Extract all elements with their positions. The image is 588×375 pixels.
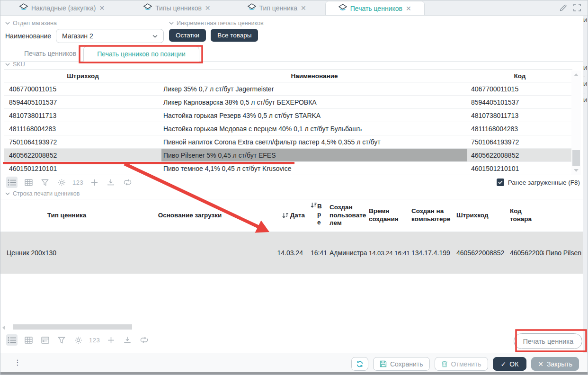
- column-header-pricetag-type: Тип ценника: [0, 212, 133, 220]
- scroll-left-icon[interactable]: [2, 325, 5, 330]
- column-header-code: Код: [467, 72, 572, 80]
- check-icon: ✓: [501, 360, 507, 368]
- refresh-loop-icon[interactable]: [138, 334, 150, 346]
- store-name-label: Наименование: [5, 32, 51, 40]
- column-header-load-basis: Основание загрузки: [133, 212, 247, 220]
- cancel-button[interactable]: Отменить: [435, 357, 488, 371]
- column-header-name: Наименование: [161, 72, 467, 80]
- section-incremental-print: Инкрементная печать ценников: [169, 20, 264, 27]
- print-rows-table-header: Тип ценника Основание загрузки Дата Врем…: [0, 199, 583, 232]
- clipped-right-edge: И И - И - И: [583, 16, 588, 353]
- chevron-down-icon: [5, 192, 10, 195]
- section-pricetag-print-row: Строка печати ценников: [5, 190, 80, 197]
- trash-icon: [441, 360, 448, 367]
- close-icon[interactable]: ✕: [301, 4, 306, 12]
- top-tab-bar: Накладные (закупка) ✕ Типы ценников ✕ Ти…: [0, 0, 588, 16]
- divider: [165, 18, 165, 44]
- chevron-down-icon: [5, 63, 10, 66]
- close-icon[interactable]: ✕: [406, 5, 411, 12]
- sku-table: Штрихкод Наименование Код 4067700011015 …: [4, 69, 572, 175]
- grid-view-icon[interactable]: [23, 177, 34, 188]
- table-row[interactable]: 7501064193972 Пивной напиток Corona Extr…: [4, 135, 572, 149]
- close-icon[interactable]: ✕: [205, 4, 211, 12]
- list-view-icon[interactable]: [6, 334, 18, 346]
- numbers-icon[interactable]: 123: [89, 334, 100, 346]
- tab-pricetag-type[interactable]: Тип ценника ✕: [243, 0, 311, 15]
- stock-button[interactable]: Остатки: [169, 29, 206, 42]
- edit-pencil-icon[interactable]: [559, 4, 567, 14]
- layers-diamond-icon: [248, 3, 256, 12]
- chevron-down-icon: [152, 35, 158, 38]
- card-view-icon[interactable]: [39, 334, 51, 346]
- previously-loaded-checkbox-row[interactable]: Ранее загруженные (F8): [497, 179, 580, 186]
- column-header-date[interactable]: Дата: [247, 212, 311, 220]
- sort-asc-icon: [282, 213, 288, 218]
- column-header-created-time: Время создания: [367, 207, 409, 223]
- grid-view-icon[interactable]: [23, 334, 34, 346]
- scroll-down-icon[interactable]: [574, 169, 579, 172]
- add-plus-icon[interactable]: [89, 177, 100, 188]
- tab-print-pricetags-simple[interactable]: Печать ценников: [19, 46, 81, 61]
- store-select[interactable]: Магазин 2: [56, 29, 164, 43]
- refresh-button[interactable]: [351, 357, 368, 371]
- table-row[interactable]: 8594405101537 Ликер Карловарска 38% 0,5 …: [4, 96, 572, 109]
- checkbox-checked-icon[interactable]: [497, 179, 504, 186]
- scroll-up-icon[interactable]: [574, 73, 579, 76]
- table-row[interactable]: 4810738011713 Настойка горькая Резерв 43…: [4, 109, 572, 122]
- close-button[interactable]: ✕ Закрыть: [531, 357, 579, 371]
- table-row[interactable]: 4811168004283 Настойка горькая Медовая с…: [4, 122, 572, 135]
- layers-diamond-icon: [19, 3, 28, 12]
- sort-asc-icon: [311, 202, 317, 208]
- tab-print-pricetags[interactable]: Печать ценников ✕: [325, 1, 425, 15]
- scrollbar-thumb[interactable]: [572, 150, 580, 166]
- footer-bar: ⋮ Сохранить Отменить ✓ ОК ✕ Закрыть: [0, 353, 588, 373]
- settings-gear-icon[interactable]: [56, 177, 67, 188]
- column-header-time[interactable]: Время: [311, 202, 327, 229]
- sku-toolbar: 123: [6, 177, 133, 188]
- fullscreen-icon[interactable]: [573, 4, 581, 14]
- tab-label: Накладные (закупка): [31, 4, 96, 12]
- add-plus-icon[interactable]: [105, 334, 116, 346]
- print-row-selected[interactable]: Ценник 200x130 14.03.24 16:41 Администра…: [0, 232, 583, 274]
- horizontal-scrollbar[interactable]: [2, 324, 400, 330]
- vertical-scrollbar[interactable]: [571, 71, 581, 175]
- print-pricetag-button[interactable]: Печать ценника: [514, 333, 582, 349]
- checkbox-label: Ранее загруженные (F8): [508, 179, 580, 186]
- filter-icon[interactable]: [56, 334, 67, 346]
- table-row[interactable]: 4601501210101 Пиво темное 4,1% 0,45 л ст…: [4, 162, 572, 175]
- app-window: Накладные (закупка) ✕ Типы ценников ✕ Ти…: [0, 0, 588, 375]
- column-header-created-on-computer: Создан на компьютере: [409, 207, 454, 223]
- chevron-down-icon: [5, 22, 10, 25]
- table-row-selected[interactable]: 4605622008852 Пиво Pilsener 5% 0,45 л ст…: [4, 149, 572, 162]
- numbers-icon[interactable]: 123: [72, 177, 83, 188]
- table-row[interactable]: 4067700011015 Ликер 35% 0,7 л ст/бут Jag…: [4, 82, 572, 96]
- kebab-menu-icon[interactable]: ⋮: [14, 358, 21, 367]
- inner-tab-bar: Печать ценников Печать ценников по позиц…: [0, 46, 583, 62]
- chevron-down-icon: [169, 22, 174, 25]
- save-button[interactable]: Сохранить: [373, 357, 430, 371]
- tab-invoices[interactable]: Накладные (закупка) ✕: [15, 0, 109, 15]
- save-icon: [380, 360, 387, 367]
- filters-panel: Отдел магазина Наименование Магазин 2 Ин…: [0, 16, 583, 46]
- tab-label: Типы ценников: [155, 4, 202, 12]
- layers-diamond-icon: [143, 3, 152, 12]
- column-header-barcode: Штрихкод: [454, 212, 508, 220]
- refresh-loop-icon[interactable]: [122, 177, 133, 188]
- filter-icon[interactable]: [39, 177, 51, 188]
- column-header-product-code: Код товара: [508, 207, 544, 223]
- close-icon[interactable]: ✕: [99, 4, 105, 12]
- tab-pricetag-types[interactable]: Типы ценников ✕: [139, 0, 215, 15]
- column-header-barcode: Штрихкод: [4, 72, 161, 80]
- scrollbar-thumb[interactable]: [13, 324, 132, 330]
- settings-gear-icon[interactable]: [72, 334, 84, 346]
- tab-label: Тип ценника: [259, 4, 297, 12]
- section-sku: SKU: [5, 61, 25, 68]
- download-icon[interactable]: [105, 177, 116, 188]
- list-view-icon[interactable]: [6, 177, 18, 188]
- ok-button[interactable]: ✓ ОК: [493, 357, 527, 371]
- window-bottom-edge: [0, 372, 588, 375]
- tab-print-pricetags-by-position[interactable]: Печать ценников по позиции: [83, 46, 199, 62]
- section-store-department: Отдел магазина: [5, 20, 57, 27]
- download-icon[interactable]: [122, 334, 133, 346]
- all-goods-button[interactable]: Все товары: [211, 29, 258, 42]
